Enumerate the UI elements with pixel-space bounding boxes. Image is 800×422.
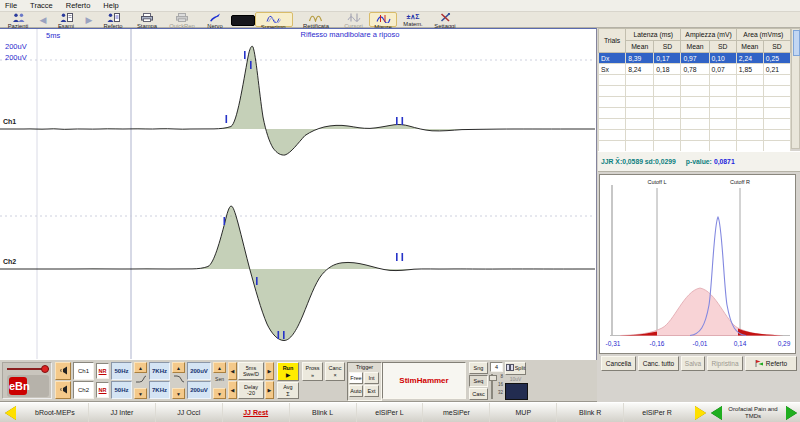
table-row-empty <box>599 97 791 108</box>
ch1-sensitivity-value[interactable]: 200uV <box>187 362 211 380</box>
trigger-free-button[interactable]: Free <box>349 372 363 384</box>
highpass-up-button[interactable]: ▲ <box>134 362 147 373</box>
nervo-button[interactable]: Nervo <box>201 12 229 27</box>
tab-broot-meps[interactable]: bRoot-MEPs <box>22 403 88 422</box>
trigger-auto-button[interactable]: Auto <box>349 385 363 397</box>
sng-button[interactable]: Sng <box>469 362 488 374</box>
avg-button[interactable]: AvgΣ <box>277 382 299 399</box>
scroll-tabs-left-icon[interactable] <box>5 406 16 420</box>
test-tab-bar: bRoot-MEPs JJ Inter JJ Occl JJ Rest Blin… <box>0 402 800 422</box>
tab-jj-occl[interactable]: JJ Occl <box>155 403 222 422</box>
ch2-lowpass-value[interactable]: 7KHz <box>149 381 170 399</box>
stimulator-display: StimHammer <box>382 362 466 399</box>
esami-button[interactable]: Esami <box>50 12 82 27</box>
volume-slider-knob[interactable] <box>41 365 49 373</box>
table-row-sx[interactable]: Sx8,24 0,180,78 0,071,85 0,21 <box>599 64 791 75</box>
average-count-stepper[interactable]: 4 8 16 32 <box>490 362 503 399</box>
sweep-control[interactable]: 5msSwe/D <box>238 362 264 380</box>
tab-jj-rest[interactable]: JJ Rest <box>222 403 289 422</box>
sweep-left-button[interactable]: ◀ <box>228 362 237 380</box>
referto-button[interactable]: Referto <box>97 12 129 27</box>
quickrep-button[interactable]: QuickRep <box>165 12 199 27</box>
toolbar: Pazienti ◀ Esami ▶ Referto Stampa QuickR… <box>0 12 800 28</box>
seq-button[interactable]: Seq <box>469 375 488 387</box>
rettificata-button[interactable]: Rettificata <box>294 12 338 27</box>
avg-count-value: 4 <box>490 362 503 372</box>
run-button[interactable]: Run▶ <box>277 362 299 381</box>
x-tick: 0,29 <box>778 340 791 347</box>
ch1-highpass-value[interactable]: 50Hz <box>111 362 132 380</box>
sensitivity-up-button[interactable]: ▲ <box>213 362 226 373</box>
split-display <box>505 383 528 400</box>
delay-left-button[interactable]: ◀ <box>228 381 237 399</box>
canc-button[interactable]: Canc× <box>325 362 345 381</box>
scrollbar-thumb[interactable] <box>793 30 800 56</box>
canc-tutto-button[interactable]: Canc. tutto <box>638 356 679 371</box>
ch2-notch-reject-button[interactable]: NR <box>96 382 109 398</box>
p-value: 0,0871 <box>714 158 735 165</box>
sweep-right-button[interactable]: ▶ <box>265 362 274 380</box>
menu-referto[interactable]: Referto <box>66 1 91 10</box>
tab-blink-r[interactable]: Blink R <box>556 403 623 422</box>
ch1-audio-button[interactable] <box>55 362 71 380</box>
table-row-empty <box>599 75 791 86</box>
ch2-highpass-value[interactable]: 50Hz <box>111 381 132 399</box>
cancella-button[interactable]: Cancella <box>601 356 636 371</box>
settaggi-button[interactable]: Settaggi <box>429 12 461 27</box>
tab-blink-l[interactable]: Blink L <box>289 403 356 422</box>
next-protocol-icon[interactable] <box>786 406 797 420</box>
lowpass-down-button[interactable]: ▼ <box>172 388 185 399</box>
speaker-icon <box>59 385 68 395</box>
trigger-int-button[interactable]: Int <box>364 372 379 384</box>
next-exam-button[interactable]: ▶ <box>83 12 95 27</box>
prev-protocol-icon[interactable] <box>711 406 722 420</box>
ch2-sensitivity-value[interactable]: 200uV <box>187 381 211 399</box>
misure-button[interactable]: Misure <box>369 12 397 27</box>
trigger-ext-button[interactable]: Ext <box>364 385 379 397</box>
casc-button[interactable]: Casc <box>469 388 488 400</box>
play-icon: ▶ <box>286 372 290 379</box>
pross-button[interactable]: Pross» <box>302 362 323 381</box>
right-arrow-icon: ▶ <box>268 368 272 374</box>
highpass-down-button[interactable]: ▼ <box>134 388 147 399</box>
lowpass-up-button[interactable]: ▲ <box>172 362 185 373</box>
salva-button[interactable]: Salva <box>681 356 705 371</box>
trace-title: Riflesso mandibolare a riposo <box>250 30 450 39</box>
ch2-label: Ch2 <box>3 258 16 265</box>
delay-control[interactable]: Delay-20 <box>238 381 264 399</box>
ch1-selector[interactable]: Ch1 <box>73 362 94 380</box>
menu-tracce[interactable]: Tracce <box>30 1 53 10</box>
pazienti-button[interactable]: Pazienti <box>1 12 35 27</box>
volume-logo-panel: eBn <box>2 362 52 399</box>
ch1-lowpass-value[interactable]: 7KHz <box>149 362 170 380</box>
x-tick: 0,14 <box>734 340 747 347</box>
scroll-tabs-right-icon[interactable] <box>695 406 706 420</box>
superimp-button[interactable]: Superimp. <box>255 12 293 27</box>
menu-file[interactable]: File <box>5 1 17 10</box>
waveform-scope[interactable]: 5ms 200uV 200uV Riflesso mandibolare a r… <box>0 28 597 360</box>
ch1-notch-reject-button[interactable]: NR <box>96 363 109 379</box>
col-area: Area (mVms) <box>736 29 790 41</box>
cutoff-right-label: Cutoff R <box>730 179 750 185</box>
stampa-button[interactable]: Stampa <box>131 12 163 27</box>
ripristina-button[interactable]: Ripristina <box>707 356 743 371</box>
printer-icon <box>141 13 153 23</box>
delay-right-button[interactable]: ▶ <box>265 381 274 399</box>
tab-mup[interactable]: MUP <box>489 403 556 422</box>
ch2-audio-button[interactable] <box>55 381 71 399</box>
tab-elsiper-l[interactable]: elSiPer L <box>356 403 423 422</box>
matem-button[interactable]: ±∧Σ Matem. <box>399 12 427 27</box>
cursori-button[interactable]: Cursori <box>339 12 368 27</box>
sensitivity-down-button[interactable]: ▼ <box>213 388 226 399</box>
menu-help[interactable]: Help <box>103 1 118 10</box>
tab-jj-inter[interactable]: JJ Inter <box>88 403 155 422</box>
table-row-dx[interactable]: Dx8,39 0,170,97 0,102,24 0,25 <box>599 53 791 64</box>
table-scrollbar[interactable] <box>791 28 800 149</box>
ch2-selector[interactable]: Ch2 <box>73 381 94 399</box>
tab-mesiper[interactable]: meSiPer <box>422 403 489 422</box>
prev-exam-button[interactable]: ◀ <box>37 12 49 27</box>
referto-action-button[interactable]: Referto <box>745 356 797 371</box>
split-button[interactable]: Split <box>505 362 526 375</box>
tab-elsiper-r[interactable]: elSiPer R <box>623 403 690 422</box>
speaker-icon <box>59 366 68 376</box>
